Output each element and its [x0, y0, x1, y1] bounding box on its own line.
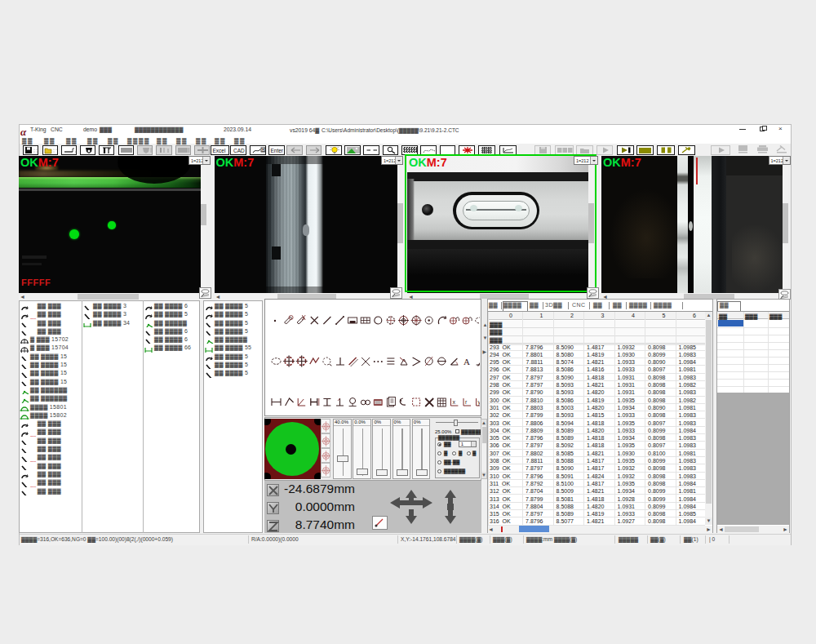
svg-text:A: A — [463, 357, 470, 366]
svg-text:x: x — [452, 399, 455, 405]
svg-text:r: r — [465, 399, 468, 405]
svg-text:y: y — [478, 399, 480, 406]
